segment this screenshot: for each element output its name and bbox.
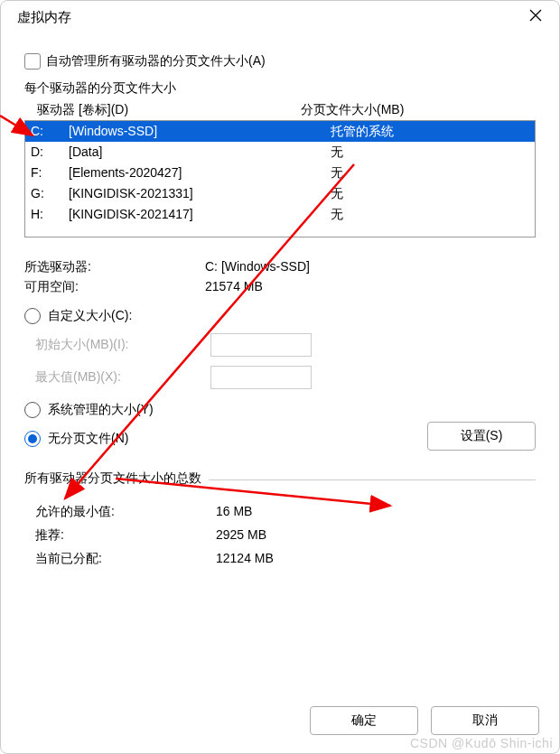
drive-letter: C: bbox=[31, 122, 69, 141]
no-paging-radio[interactable] bbox=[24, 431, 41, 447]
drive-size: 托管的系统 bbox=[331, 122, 394, 141]
drive-label: [Elements-2020427] bbox=[69, 163, 331, 182]
initial-size-row: 初始大小(MB)(I): bbox=[24, 333, 536, 357]
totals-group: 所有驱动器分页文件大小的总数 允许的最小值: 16 MB 推荐: 2925 MB… bbox=[24, 479, 536, 567]
rec-row: 推荐: 2925 MB bbox=[35, 527, 536, 544]
max-size-row: 最大值(MB)(X): bbox=[24, 366, 536, 389]
header-drive-col: 驱动器 [卷标](D) bbox=[37, 102, 301, 118]
system-managed-radio-row[interactable]: 系统管理的大小(Y) bbox=[24, 402, 536, 418]
rec-value: 2925 MB bbox=[216, 527, 266, 544]
drive-list[interactable]: C: [Windows-SSD] 托管的系统 D: [Data] 无 F: [E… bbox=[24, 120, 536, 237]
drive-size: 无 bbox=[331, 205, 343, 224]
system-managed-radio[interactable] bbox=[24, 402, 41, 418]
watermark: CSDN @Kudō Shin-ichi bbox=[410, 736, 553, 750]
drive-row[interactable]: G: [KINGIDISK-2021331] 无 bbox=[25, 183, 535, 204]
initial-size-input[interactable] bbox=[210, 333, 312, 357]
drive-row[interactable]: F: [Elements-2020427] 无 bbox=[25, 163, 535, 183]
system-managed-label: 系统管理的大小(Y) bbox=[48, 402, 154, 418]
drive-label: [Data] bbox=[69, 143, 331, 162]
set-button[interactable]: 设置(S) bbox=[427, 422, 536, 451]
min-label: 允许的最小值: bbox=[35, 504, 216, 520]
custom-size-radio-row[interactable]: 自定义大小(C): bbox=[24, 308, 536, 324]
titlebar: 虚拟内存 bbox=[1, 1, 559, 33]
ok-button[interactable]: 确定 bbox=[310, 706, 418, 735]
drive-row[interactable]: C: [Windows-SSD] 托管的系统 bbox=[25, 121, 535, 142]
virtual-memory-dialog: 虚拟内存 自动管理所有驱动器的分页文件大小(A) 每个驱动器的分页文件大小 驱动… bbox=[0, 0, 560, 754]
cur-value: 12124 MB bbox=[216, 551, 274, 567]
min-row: 允许的最小值: 16 MB bbox=[35, 504, 536, 520]
drive-letter: D: bbox=[31, 143, 69, 162]
max-size-label: 最大值(MB)(X): bbox=[35, 369, 203, 386]
auto-manage-label: 自动管理所有驱动器的分页文件大小(A) bbox=[46, 53, 266, 70]
drive-size: 无 bbox=[331, 143, 343, 162]
drive-list-header: 驱动器 [卷标](D) 分页文件大小(MB) bbox=[24, 102, 536, 118]
drive-label: [Windows-SSD] bbox=[69, 122, 331, 141]
selected-drive-value: C: [Windows-SSD] bbox=[205, 259, 310, 275]
cur-label: 当前已分配: bbox=[35, 551, 216, 567]
custom-size-label: 自定义大小(C): bbox=[48, 308, 132, 324]
drive-letter: G: bbox=[31, 184, 69, 203]
drive-size: 无 bbox=[331, 163, 343, 182]
cancel-button[interactable]: 取消 bbox=[431, 706, 539, 735]
totals-group-label: 所有驱动器分页文件大小的总数 bbox=[24, 470, 209, 487]
rec-label: 推荐: bbox=[35, 527, 216, 544]
per-drive-group-label: 每个驱动器的分页文件大小 bbox=[24, 80, 536, 97]
free-space-label: 可用空间: bbox=[24, 279, 205, 295]
header-size-col: 分页文件大小(MB) bbox=[301, 102, 404, 118]
selected-drive-row: 所选驱动器: C: [Windows-SSD] bbox=[24, 259, 536, 275]
auto-manage-checkbox[interactable] bbox=[24, 53, 41, 70]
drive-size: 无 bbox=[331, 184, 343, 203]
initial-size-label: 初始大小(MB)(I): bbox=[35, 337, 203, 353]
drive-row[interactable]: H: [KINGIDISK-2021417] 无 bbox=[25, 204, 535, 225]
cur-row: 当前已分配: 12124 MB bbox=[35, 551, 536, 567]
drive-letter: F: bbox=[31, 163, 69, 182]
custom-size-radio[interactable] bbox=[24, 308, 41, 324]
selected-drive-label: 所选驱动器: bbox=[24, 259, 205, 275]
free-space-value: 21574 MB bbox=[205, 279, 263, 295]
free-space-row: 可用空间: 21574 MB bbox=[24, 279, 536, 295]
window-title: 虚拟内存 bbox=[17, 9, 71, 26]
auto-manage-row[interactable]: 自动管理所有驱动器的分页文件大小(A) bbox=[24, 53, 536, 70]
drive-letter: H: bbox=[31, 205, 69, 224]
drive-label: [KINGIDISK-2021417] bbox=[69, 205, 331, 224]
max-size-input[interactable] bbox=[210, 366, 312, 389]
min-value: 16 MB bbox=[216, 504, 252, 520]
drive-row[interactable]: D: [Data] 无 bbox=[25, 142, 535, 163]
close-icon[interactable] bbox=[528, 8, 546, 26]
drive-label: [KINGIDISK-2021331] bbox=[69, 184, 331, 203]
